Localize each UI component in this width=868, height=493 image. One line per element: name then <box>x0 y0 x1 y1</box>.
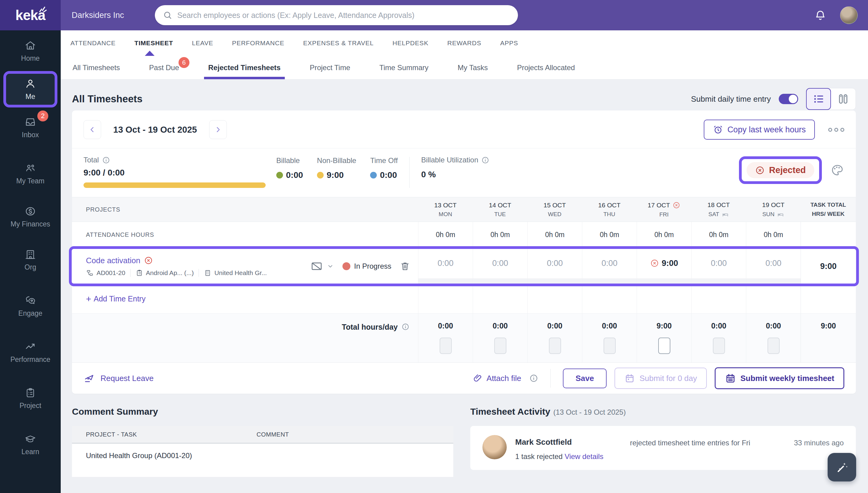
subtab-projects-allocated[interactable]: Projects Allocated <box>517 56 575 79</box>
tab-performance[interactable]: PERFORMANCE <box>232 40 284 47</box>
time-entry-cell[interactable]: 0:00 <box>746 248 801 278</box>
info-icon <box>402 323 410 331</box>
list-view-button[interactable] <box>806 88 831 110</box>
delete-row-icon[interactable] <box>400 261 410 272</box>
total-hours-value: 9:00 / 0:00 <box>84 168 276 177</box>
subtab-time-summary[interactable]: Time Summary <box>379 56 429 79</box>
day-submit-checkbox[interactable] <box>494 338 506 354</box>
sidebar-item-inbox[interactable]: 2 Inbox <box>4 110 56 145</box>
day-submit-checkbox[interactable] <box>440 338 452 354</box>
billable-stat: Billable 0:00 <box>276 156 303 180</box>
x-circle-icon <box>755 166 765 175</box>
tab-timesheet[interactable]: TIMESHEET <box>134 40 173 47</box>
timesheet-subnav: All Timesheets Past Due 6 Rejected Times… <box>61 56 868 80</box>
projects-column-header: PROJECTS <box>72 197 418 221</box>
subtab-project-time[interactable]: Project Time <box>310 56 350 79</box>
add-time-entry-button[interactable]: + Add Time Entry <box>72 284 418 313</box>
day-submit-checkbox[interactable] <box>767 338 780 354</box>
submit-weekly-timesheet-button[interactable]: Submit weekly timesheet <box>715 367 844 389</box>
daily-entry-toggle[interactable] <box>779 94 798 104</box>
day-header-sun: 19 OCT SUN <box>746 197 801 221</box>
top-bar: keka Darksiders Inc <box>0 0 868 30</box>
subtab-past-due[interactable]: Past Due 6 <box>149 56 179 79</box>
subtask-icon <box>86 269 94 277</box>
sidebar-item-label: My Team <box>16 177 45 185</box>
time-entry-cell[interactable]: 0:00 <box>473 248 527 278</box>
graduation-cap-icon <box>24 433 37 445</box>
sidebar-item-me[interactable]: Me <box>4 72 56 106</box>
save-button[interactable]: Save <box>563 368 607 388</box>
tab-expenses-travel[interactable]: EXPENSES & TRAVEL <box>303 40 374 47</box>
alarm-clock-icon <box>713 125 723 135</box>
col-header-comment: COMMENT <box>243 431 453 438</box>
assistant-wand-button[interactable] <box>828 453 856 481</box>
keka-logo[interactable]: keka <box>0 0 61 30</box>
day-header-tue: 14 OCTTUE <box>473 197 527 221</box>
magic-wand-icon <box>834 460 849 474</box>
sidebar-item-home[interactable]: Home <box>4 34 56 68</box>
column-view-button[interactable] <box>831 88 855 110</box>
time-entry-cell[interactable]: 0:00 <box>418 248 473 278</box>
day-submit-checkbox[interactable] <box>604 338 616 354</box>
company-name: Darksiders Inc <box>72 10 124 20</box>
day-header-fri: 17 OCT FRI <box>637 197 691 221</box>
sidebar-item-my-finances[interactable]: My Finances <box>4 200 56 234</box>
global-search[interactable] <box>155 5 518 25</box>
tab-leave[interactable]: LEAVE <box>192 40 213 47</box>
sidebar-item-project[interactable]: Project <box>4 381 56 415</box>
task-total-column-header: TASK TOTALHRS/ WEEK <box>801 197 856 221</box>
sidebar-item-label: Project <box>19 402 41 410</box>
user-avatar[interactable] <box>840 6 858 24</box>
attach-file-button[interactable]: Attach file <box>473 373 521 383</box>
tab-apps[interactable]: APPS <box>500 40 518 47</box>
info-icon <box>481 156 490 164</box>
tab-rewards[interactable]: REWARDS <box>447 40 481 47</box>
daily-entry-toggle-label: Submit daily time entry <box>691 94 771 104</box>
day-submit-checkbox[interactable] <box>713 338 725 354</box>
next-week-button[interactable] <box>209 120 227 139</box>
task-id: AD001-20 <box>86 269 130 277</box>
task-name-link[interactable]: Code activation <box>86 256 310 265</box>
day-submit-checkbox-friday[interactable] <box>658 338 670 354</box>
team-icon <box>24 162 37 174</box>
week-range: 13 Oct - 19 Oct 2025 <box>113 125 197 135</box>
sidebar-item-performance[interactable]: Performance <box>4 335 56 369</box>
sidebar-item-label: Org <box>25 263 36 272</box>
subtab-my-tasks[interactable]: My Tasks <box>458 56 488 79</box>
subtab-rejected-timesheets[interactable]: Rejected Timesheets <box>208 56 281 79</box>
time-entry-cell-rejected[interactable]: 9:00 <box>637 248 691 278</box>
palette-icon[interactable] <box>830 163 844 177</box>
day-submit-checkbox[interactable] <box>549 338 561 354</box>
tab-helpdesk[interactable]: HELPDESK <box>393 40 428 47</box>
time-entry-cell[interactable]: 0:00 <box>692 248 746 278</box>
view-switcher <box>806 88 856 110</box>
person-icon <box>24 78 37 90</box>
week-grand-total: 9:00 <box>801 314 856 362</box>
previous-week-button[interactable] <box>84 120 101 139</box>
sidebar-item-my-team[interactable]: My Team <box>4 157 56 191</box>
sidebar-item-org[interactable]: Org <box>4 243 56 277</box>
copy-last-week-button[interactable]: Copy last week hours <box>704 120 815 140</box>
weekly-off-icon <box>777 211 784 218</box>
request-leave-button[interactable]: Request Leave <box>84 372 154 384</box>
tab-attendance[interactable]: ATTENDANCE <box>70 40 116 47</box>
calendar-week-icon <box>725 372 736 384</box>
billable-type-dropdown[interactable] <box>310 260 334 272</box>
left-sidebar: Home Me 2 Inbox My Team My Finances Org … <box>0 30 61 493</box>
clipboard-small-icon <box>135 269 143 277</box>
task-rejected-icon <box>144 256 153 265</box>
comment-summary-row: United Health Group (AD001-20) <box>72 444 453 477</box>
subtab-all-timesheets[interactable]: All Timesheets <box>72 56 120 79</box>
search-input[interactable] <box>177 11 510 20</box>
time-entry-cell[interactable]: 0:00 <box>528 248 582 278</box>
task-status-dropdown[interactable]: In Progress <box>343 262 391 271</box>
more-options-icon[interactable] <box>828 128 844 132</box>
activity-card: Mark Scottfield 1 task rejected View det… <box>470 426 856 470</box>
notifications-bell-icon[interactable] <box>814 9 827 22</box>
time-entry-cell[interactable]: 0:00 <box>582 248 637 278</box>
sidebar-item-engage[interactable]: Engage <box>4 289 56 323</box>
submit-for-day-button[interactable]: Submit for 0 day <box>614 368 707 389</box>
billable-utilization-stat: Billable Utilization 0 % <box>421 156 490 179</box>
view-details-link[interactable]: View details <box>565 452 604 460</box>
sidebar-item-learn[interactable]: Learn <box>4 427 56 462</box>
